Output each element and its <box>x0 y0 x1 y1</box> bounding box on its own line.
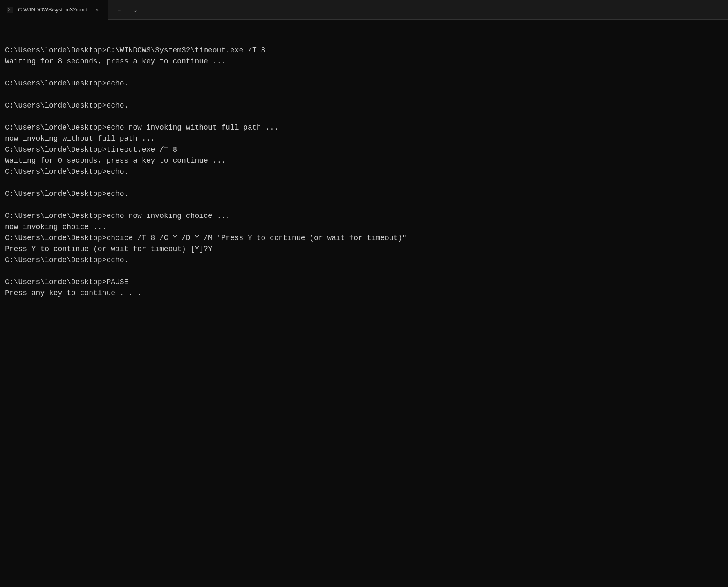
terminal-line: Press any key to continue . . . <box>5 288 723 299</box>
new-tab-button[interactable]: + <box>111 0 127 20</box>
terminal-line: C:\Users\lorde\Desktop>choice /T 8 /C Y … <box>5 233 723 244</box>
tab-cmd[interactable]: C:\WINDOWS\system32\cmd. ✕ <box>0 0 108 20</box>
tab-close-button[interactable]: ✕ <box>93 6 101 14</box>
terminal-line: C:\Users\lorde\Desktop>echo. <box>5 188 723 199</box>
terminal-line: now invoking choice ... <box>5 222 723 233</box>
terminal-output[interactable]: C:\Users\lorde\Desktop>C:\WINDOWS\System… <box>0 20 728 302</box>
tab-title: C:\WINDOWS\system32\cmd. <box>18 7 89 13</box>
terminal-line: C:\Users\lorde\Desktop>timeout.exe /T 8 <box>5 144 723 155</box>
terminal-line: C:\Users\lorde\Desktop>echo. <box>5 100 723 111</box>
terminal-line: C:\Users\lorde\Desktop>echo. <box>5 78 723 89</box>
terminal-line: C:\Users\lorde\Desktop>echo. <box>5 255 723 266</box>
terminal-line: C:\Users\lorde\Desktop>echo. <box>5 166 723 177</box>
terminal-line <box>5 177 723 188</box>
terminal-line: now invoking without full path ... <box>5 133 723 144</box>
terminal-line: C:\Users\lorde\Desktop>PAUSE <box>5 277 723 288</box>
terminal-line <box>5 199 723 211</box>
dropdown-button[interactable]: ⌄ <box>127 0 143 20</box>
terminal-line <box>5 111 723 122</box>
terminal-line: C:\Users\lorde\Desktop>echo now invoking… <box>5 122 723 133</box>
window: C:\WINDOWS\system32\cmd. ✕ + ⌄ C:\Users\… <box>0 0 728 302</box>
terminal-line: C:\Users\lorde\Desktop>C:\WINDOWS\System… <box>5 45 723 56</box>
terminal-line <box>5 89 723 100</box>
titlebar: C:\WINDOWS\system32\cmd. ✕ + ⌄ <box>0 0 728 20</box>
titlebar-controls: + ⌄ <box>111 0 143 20</box>
terminal-line: C:\Users\lorde\Desktop>echo now invoking… <box>5 211 723 222</box>
terminal-line: Press Y to continue (or wait for timeout… <box>5 244 723 255</box>
terminal-line <box>5 67 723 78</box>
svg-rect-0 <box>7 7 13 13</box>
terminal-line: Waiting for 8 seconds, press a key to co… <box>5 56 723 67</box>
terminal-line <box>5 266 723 277</box>
cmd-icon <box>7 6 14 13</box>
terminal-line: Waiting for 0 seconds, press a key to co… <box>5 155 723 166</box>
